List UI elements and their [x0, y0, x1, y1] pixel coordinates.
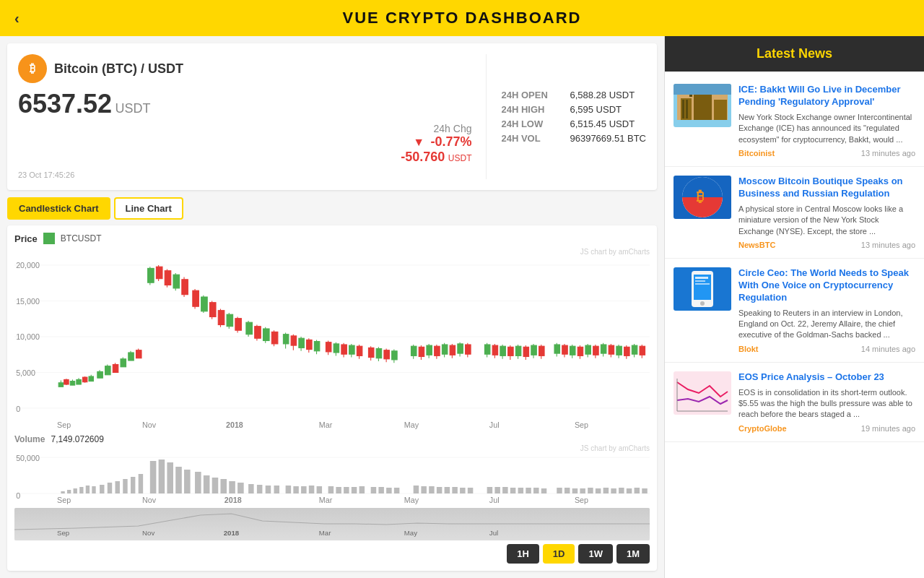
- svg-text:0: 0: [16, 492, 20, 500]
- coin-name: Bitcoin (BTC) / USDT: [54, 61, 183, 77]
- svg-rect-230: [611, 488, 616, 493]
- price-value: 6537.52: [18, 89, 112, 118]
- svg-rect-84: [334, 344, 339, 353]
- svg-rect-170: [86, 486, 90, 493]
- svg-rect-44: [156, 267, 162, 279]
- svg-rect-128: [531, 345, 537, 355]
- news-item[interactable]: Circle Ceo: The World Needs to Speak Wit…: [665, 259, 924, 363]
- svg-rect-215: [487, 487, 493, 493]
- price-left: ₿ Bitcoin (BTC) / USDT 6537.52 USDT 24h …: [18, 54, 471, 179]
- change-label: 24h Chg: [434, 123, 472, 134]
- svg-text:15,000: 15,000: [16, 297, 40, 306]
- vol-watermark: JS chart by amCharts: [14, 444, 650, 452]
- svg-rect-52: [193, 290, 199, 306]
- svg-rect-200: [344, 487, 349, 493]
- news-item-title[interactable]: Moscow Bitcoin Boutique Speaks on Busine…: [738, 176, 915, 200]
- svg-rect-216: [494, 487, 500, 493]
- svg-rect-245: [714, 100, 727, 120]
- news-body: EOS Price Analysis – October 23 EOS is i…: [738, 371, 915, 433]
- svg-rect-188: [237, 483, 244, 493]
- svg-rect-28: [89, 376, 93, 381]
- svg-rect-30: [97, 371, 103, 378]
- low-value: 6,515.45 USDT: [570, 118, 635, 129]
- svg-rect-42: [148, 268, 154, 282]
- news-item-desc: A physical store in Central Moscow looks…: [738, 204, 915, 237]
- news-item[interactable]: EOS Price Analysis – October 23 EOS is i…: [665, 363, 924, 442]
- price-legend: Price BTCUSDT: [14, 233, 650, 244]
- candlestick-tab[interactable]: Candlestick Chart: [7, 197, 110, 220]
- chart-watermark: JS chart by amCharts: [14, 248, 650, 256]
- svg-rect-182: [184, 470, 191, 493]
- svg-rect-92: [368, 348, 374, 357]
- volume-value: 7,149.072609: [51, 434, 103, 444]
- svg-rect-249: [689, 95, 692, 97]
- svg-rect-169: [79, 487, 83, 493]
- news-header: Latest News: [665, 36, 924, 72]
- legend-color-box: [43, 233, 55, 244]
- svg-rect-54: [201, 297, 208, 311]
- news-item-title[interactable]: EOS Price Analysis – October 23: [738, 371, 915, 384]
- svg-rect-186: [220, 479, 227, 493]
- coin-header: ₿ Bitcoin (BTC) / USDT: [18, 54, 471, 83]
- svg-rect-210: [437, 487, 443, 493]
- chart-navigator[interactable]: Sep Nov 2018 Mar May Jul: [14, 508, 650, 540]
- svg-text:Sep: Sep: [57, 420, 71, 429]
- svg-rect-196: [309, 486, 315, 493]
- news-source: CryptoGlobe: [738, 424, 787, 433]
- price-label: Price: [14, 233, 38, 244]
- svg-rect-221: [533, 488, 539, 493]
- svg-rect-183: [195, 472, 201, 493]
- svg-rect-195: [301, 486, 307, 493]
- svg-rect-232: [627, 488, 632, 493]
- svg-rect-86: [341, 345, 347, 354]
- svg-rect-96: [384, 350, 390, 359]
- svg-rect-68: [263, 329, 269, 341]
- svg-rect-181: [175, 467, 182, 493]
- svg-text:20,000: 20,000: [16, 261, 40, 269]
- svg-rect-244: [694, 95, 712, 120]
- svg-rect-214: [468, 488, 474, 493]
- news-body: Circle Ceo: The World Needs to Speak Wit…: [738, 267, 915, 353]
- time-1m-button[interactable]: 1M: [616, 544, 650, 564]
- back-button[interactable]: ‹: [14, 10, 19, 27]
- svg-rect-34: [113, 365, 118, 373]
- svg-rect-222: [541, 488, 547, 493]
- svg-rect-191: [266, 486, 271, 493]
- time-1w-button[interactable]: 1W: [578, 544, 613, 564]
- svg-rect-166: [61, 491, 64, 493]
- svg-rect-259: [695, 283, 710, 285]
- svg-rect-94: [376, 349, 382, 358]
- svg-rect-212: [452, 487, 458, 493]
- svg-text:Sep: Sep: [575, 420, 588, 429]
- left-panel: ₿ Bitcoin (BTC) / USDT 6537.52 USDT 24h …: [0, 36, 664, 578]
- time-1h-button[interactable]: 1H: [507, 544, 539, 564]
- news-source: NewsBTC: [738, 241, 775, 249]
- line-chart-tab[interactable]: Line Chart: [114, 197, 183, 220]
- news-item[interactable]: ₿ Moscow Bitcoin Boutique Speaks on Busi…: [665, 167, 924, 259]
- news-item-desc: New York Stock Exchange owner Interconti…: [738, 112, 915, 145]
- svg-rect-184: [204, 475, 210, 493]
- svg-rect-112: [458, 344, 463, 353]
- high-value: 6,595 USDT: [570, 104, 622, 115]
- svg-rect-178: [150, 461, 157, 493]
- svg-rect-60: [227, 314, 233, 327]
- news-item-title[interactable]: ICE: Bakkt Will Go Live in December Pend…: [738, 84, 915, 108]
- svg-text:May: May: [404, 420, 419, 429]
- svg-text:Mar: Mar: [319, 420, 333, 429]
- news-thumb: [674, 371, 731, 415]
- news-body: Moscow Bitcoin Boutique Speaks on Busine…: [738, 176, 915, 249]
- news-source: Bitcoinist: [738, 149, 775, 158]
- svg-rect-40: [136, 350, 141, 358]
- svg-rect-248: [686, 100, 688, 118]
- change-pct-row: ▼ -0.77%: [413, 134, 471, 150]
- news-item-title[interactable]: Circle Ceo: The World Needs to Speak Wit…: [738, 267, 915, 304]
- svg-rect-70: [271, 332, 278, 344]
- time-1d-button[interactable]: 1D: [543, 544, 575, 564]
- svg-rect-179: [159, 460, 165, 493]
- news-meta: NewsBTC 13 minutes ago: [738, 241, 915, 249]
- news-title: Latest News: [757, 46, 832, 61]
- news-item[interactable]: ICE: Bakkt Will Go Live in December Pend…: [665, 75, 924, 167]
- change-pct: -0.77%: [430, 134, 471, 149]
- timestamp: 23 Oct 17:45:26: [18, 171, 471, 179]
- svg-rect-189: [248, 484, 254, 493]
